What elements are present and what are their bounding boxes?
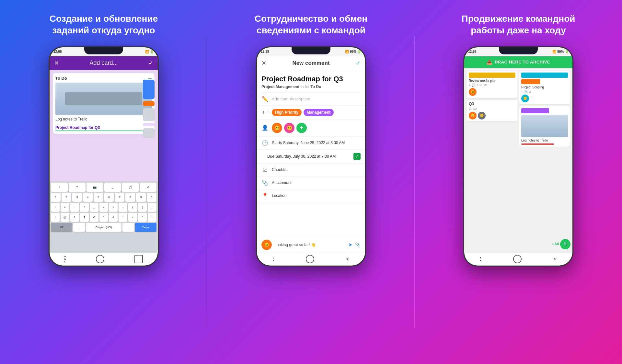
description-section[interactable]: ✏️ Add card description bbox=[257, 93, 365, 106]
roadmap-title[interactable]: Project Roadmap for Q3 bbox=[55, 125, 152, 131]
bottom-home-1[interactable] bbox=[96, 255, 104, 263]
teal-bar bbox=[521, 73, 568, 78]
attachment-label: Attachment bbox=[272, 180, 292, 185]
location-section[interactable]: 📍 Location bbox=[257, 189, 365, 202]
kb-gt[interactable]: > bbox=[109, 203, 118, 212]
kb-3[interactable]: 3 bbox=[72, 193, 82, 202]
clock-icon: 🕐 bbox=[261, 140, 269, 146]
start-date-section[interactable]: 🕐 Starts Saturday, June 25, 2022 at 8:00… bbox=[257, 137, 365, 150]
kb-6[interactable]: 6 bbox=[104, 193, 114, 202]
card1-avatar: 😊 bbox=[469, 88, 477, 96]
kb-caret[interactable]: ^ bbox=[99, 213, 108, 222]
management-label[interactable]: Management bbox=[304, 109, 334, 116]
kb-period[interactable]: . bbox=[122, 223, 134, 232]
due-date-section[interactable]: Due Saturday, July 30, 2022 at 7:00 AM ✓ bbox=[257, 150, 365, 164]
kb-key-0-5[interactable]: ↵ bbox=[140, 183, 156, 192]
project-scoping-card[interactable]: Project Scoping ≡ 📎 2 😊 bbox=[519, 71, 570, 104]
side-card-purple bbox=[143, 123, 155, 126]
labels-section[interactable]: 🏷 High Priority Management bbox=[257, 106, 365, 119]
q3-card[interactable]: Q3 ☑ 0/2 😊 😊 bbox=[467, 100, 517, 121]
add-member-btn[interactable]: + bbox=[296, 123, 307, 133]
add-button-row[interactable]: + Ad 🔍 bbox=[552, 239, 570, 249]
kb-9[interactable]: 9 bbox=[136, 193, 146, 202]
phone-1: 12:58 📶 🔋 ✕ Add card... ✓ To Do — bbox=[49, 46, 159, 267]
kb-div[interactable]: ÷ bbox=[70, 203, 79, 212]
meeting-table-1 bbox=[55, 83, 152, 115]
kb-dquote[interactable]: " bbox=[138, 213, 147, 222]
kb-space[interactable]: English (US) bbox=[86, 223, 121, 232]
list-name: To Do bbox=[310, 85, 321, 89]
in-list-text: in list bbox=[301, 85, 311, 89]
kb-lp[interactable]: ( bbox=[128, 203, 137, 212]
bottom-home-3[interactable] bbox=[513, 255, 522, 263]
phone-1-notch bbox=[84, 47, 123, 54]
kb-lt[interactable]: < bbox=[99, 203, 108, 212]
checklist-section[interactable]: ☑ Checklist bbox=[257, 164, 365, 176]
bottom-home-2[interactable] bbox=[306, 255, 314, 263]
search-fab[interactable]: 🔍 bbox=[560, 239, 570, 249]
comment-input[interactable]: Looking great so far! 👋 bbox=[274, 243, 346, 247]
kb-5[interactable]: 5 bbox=[94, 193, 103, 202]
kb-euro[interactable]: € bbox=[90, 213, 98, 222]
kb-star[interactable]: * bbox=[119, 213, 127, 222]
kb-done[interactable]: Done bbox=[135, 223, 156, 232]
bottom-back-2[interactable] bbox=[273, 257, 274, 261]
description-placeholder[interactable]: Add card description bbox=[272, 97, 310, 101]
members-section[interactable]: 👤 😊 😊 + bbox=[257, 119, 365, 137]
bottom-recent-3[interactable]: < bbox=[554, 256, 557, 262]
archive-icon: 📥 bbox=[487, 60, 492, 65]
attachment-section[interactable]: 📎 Attachment bbox=[257, 176, 365, 189]
kb-comma[interactable]: , bbox=[73, 223, 85, 232]
kb-eq[interactable]: = bbox=[119, 203, 127, 212]
high-priority-label[interactable]: High Priority bbox=[272, 109, 302, 116]
location-icon: 📍 bbox=[261, 193, 269, 199]
kb-squote[interactable]: ' bbox=[148, 213, 156, 222]
kb-key-0-4[interactable]: 🎵 bbox=[122, 183, 139, 192]
review-media-card[interactable]: Review media plan ≡ 💬 2 ☑ 1/3 😊 bbox=[467, 71, 517, 98]
project-name: Project Management bbox=[261, 85, 299, 89]
kb-amp[interactable]: & bbox=[109, 213, 118, 222]
kb-2[interactable]: 2 bbox=[62, 193, 71, 202]
kb-key-0-0[interactable]: ! bbox=[51, 183, 68, 192]
send-icon[interactable]: ➤ bbox=[348, 242, 352, 248]
side-card-orange bbox=[143, 101, 155, 106]
kb-at[interactable]: @ bbox=[61, 213, 69, 222]
kb-exc[interactable]: ! bbox=[51, 213, 60, 222]
close-icon-1[interactable]: ✕ bbox=[54, 60, 59, 67]
kb-dollar[interactable]: $ bbox=[80, 213, 89, 222]
kb-row-2: + × ÷ / _ < > = ( ) ; bbox=[51, 203, 156, 212]
kb-8[interactable]: 8 bbox=[125, 193, 135, 202]
side-card-blue bbox=[143, 80, 155, 99]
kb-under[interactable]: _ bbox=[90, 203, 98, 212]
kb-1[interactable]: 1 bbox=[51, 193, 61, 202]
log-notes-card-dragged[interactable]: Log notes to Trello bbox=[519, 106, 570, 147]
kb-dash[interactable]: - bbox=[128, 213, 137, 222]
check-icon-2[interactable]: ✓ bbox=[356, 60, 361, 67]
kb-rp[interactable]: ) bbox=[138, 203, 147, 212]
bottom-back-1[interactable] bbox=[64, 256, 66, 262]
due-date-check[interactable]: ✓ bbox=[353, 153, 361, 160]
check-icon-1[interactable]: ✓ bbox=[148, 60, 153, 67]
avatar-row-1: 😊 bbox=[469, 88, 515, 96]
kb-0[interactable]: 0 bbox=[147, 193, 156, 202]
keyboard[interactable]: ! ? 📷 _ 🎵 ↵ 1 2 3 4 5 6 7 bbox=[50, 181, 158, 253]
attach-icon[interactable]: 📎 bbox=[355, 242, 361, 247]
kb-sc[interactable]: ; bbox=[148, 203, 156, 212]
kb-4[interactable]: 4 bbox=[83, 193, 93, 202]
close-icon-2[interactable]: ✕ bbox=[261, 60, 266, 67]
kb-key-0-3[interactable]: _ bbox=[104, 183, 121, 192]
kb-slash[interactable]: / bbox=[80, 203, 89, 212]
kb-key-0-2[interactable]: 📷 bbox=[86, 183, 103, 192]
kb-times[interactable]: × bbox=[61, 203, 69, 212]
kb-half[interactable]: 1/2 bbox=[51, 223, 72, 232]
log-notes-title[interactable]: Log notes to Trello bbox=[55, 117, 152, 121]
kb-pound[interactable]: £ bbox=[70, 213, 79, 222]
kb-key-0-1[interactable]: ? bbox=[69, 183, 86, 192]
bottom-back-3[interactable] bbox=[480, 257, 481, 261]
scoping-avatar-1: 😊 bbox=[521, 95, 529, 102]
kb-plus[interactable]: + bbox=[51, 203, 60, 212]
bottom-recent-1[interactable] bbox=[134, 255, 143, 263]
p3-col-2: Project Scoping ≡ 📎 2 😊 bbox=[519, 71, 570, 250]
kb-7[interactable]: 7 bbox=[115, 193, 124, 202]
bottom-recent-2[interactable]: < bbox=[346, 256, 349, 262]
